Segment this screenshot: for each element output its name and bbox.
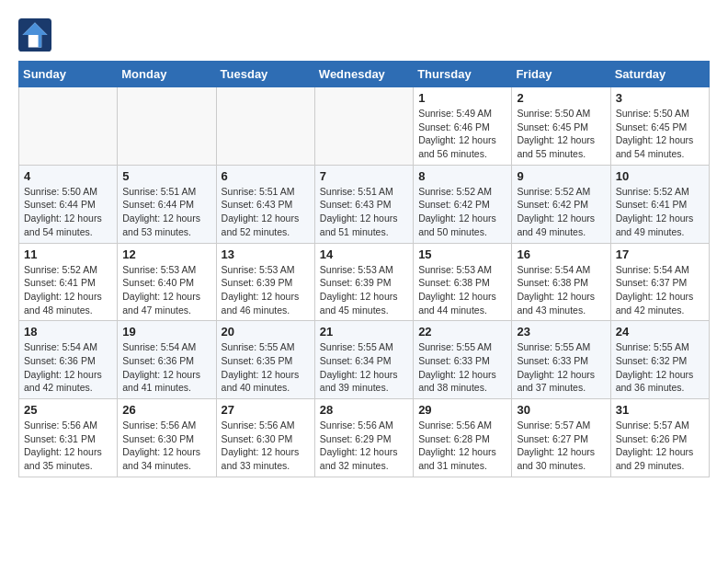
calendar-day: 16Sunrise: 5:54 AM Sunset: 6:38 PM Dayli…: [512, 243, 610, 321]
day-info: Sunrise: 5:50 AM Sunset: 6:45 PM Dayligh…: [517, 107, 605, 161]
day-info: Sunrise: 5:54 AM Sunset: 6:36 PM Dayligh…: [24, 340, 112, 395]
day-info: Sunrise: 5:53 AM Sunset: 6:39 PM Dayligh…: [222, 263, 310, 317]
day-info: Sunrise: 5:52 AM Sunset: 6:41 PM Dayligh…: [616, 185, 704, 239]
day-number: 24: [616, 325, 704, 339]
day-info: Sunrise: 5:57 AM Sunset: 6:26 PM Dayligh…: [616, 419, 704, 473]
calendar-day: 29Sunrise: 5:56 AM Sunset: 6:28 PM Dayli…: [414, 399, 512, 477]
day-info: Sunrise: 5:56 AM Sunset: 6:30 PM Dayligh…: [222, 419, 310, 473]
logo: [18, 18, 55, 52]
calendar-day: 18Sunrise: 5:54 AM Sunset: 6:36 PM Dayli…: [19, 321, 118, 399]
calendar-week-3: 11Sunrise: 5:52 AM Sunset: 6:41 PM Dayli…: [19, 243, 710, 321]
day-number: 21: [320, 325, 408, 339]
day-info: Sunrise: 5:53 AM Sunset: 6:40 PM Dayligh…: [122, 263, 210, 317]
calendar-day: 22Sunrise: 5:55 AM Sunset: 6:33 PM Dayli…: [414, 321, 512, 399]
calendar-week-5: 25Sunrise: 5:56 AM Sunset: 6:31 PM Dayli…: [19, 399, 710, 477]
calendar-day: 26Sunrise: 5:56 AM Sunset: 6:30 PM Dayli…: [118, 399, 216, 477]
header-sunday: Sunday: [19, 62, 118, 87]
day-info: Sunrise: 5:53 AM Sunset: 6:39 PM Dayligh…: [320, 263, 408, 317]
day-info: Sunrise: 5:55 AM Sunset: 6:33 PM Dayligh…: [418, 340, 506, 395]
header-saturday: Saturday: [610, 62, 709, 87]
header-wednesday: Wednesday: [314, 62, 413, 87]
header-thursday: Thursday: [414, 62, 512, 87]
day-number: 25: [24, 403, 112, 417]
calendar-header-row: Sunday Monday Tuesday Wednesday Thursday…: [19, 62, 710, 87]
day-number: 9: [517, 169, 605, 183]
day-number: 2: [517, 91, 605, 105]
day-info: Sunrise: 5:54 AM Sunset: 6:36 PM Dayligh…: [122, 340, 210, 395]
day-number: 13: [222, 247, 310, 261]
day-info: Sunrise: 5:55 AM Sunset: 6:34 PM Dayligh…: [320, 340, 408, 395]
day-number: 23: [517, 325, 605, 339]
day-info: Sunrise: 5:54 AM Sunset: 6:37 PM Dayligh…: [616, 263, 704, 317]
header-monday: Monday: [118, 62, 216, 87]
calendar-day: 25Sunrise: 5:56 AM Sunset: 6:31 PM Dayli…: [19, 399, 118, 477]
day-number: 17: [616, 247, 704, 261]
calendar-day: 9Sunrise: 5:52 AM Sunset: 6:42 PM Daylig…: [512, 165, 610, 243]
calendar-table: Sunday Monday Tuesday Wednesday Thursday…: [18, 61, 710, 477]
calendar-day: 2Sunrise: 5:50 AM Sunset: 6:45 PM Daylig…: [512, 87, 610, 166]
day-number: 4: [24, 169, 112, 183]
day-number: 31: [616, 403, 704, 417]
day-number: 8: [418, 169, 506, 183]
calendar-week-4: 18Sunrise: 5:54 AM Sunset: 6:36 PM Dayli…: [19, 321, 710, 399]
calendar-day: 28Sunrise: 5:56 AM Sunset: 6:29 PM Dayli…: [314, 399, 413, 477]
day-info: Sunrise: 5:51 AM Sunset: 6:43 PM Dayligh…: [222, 185, 310, 239]
calendar-day: 30Sunrise: 5:57 AM Sunset: 6:27 PM Dayli…: [512, 399, 610, 477]
day-number: 1: [418, 91, 506, 105]
day-number: 6: [222, 169, 310, 183]
calendar-day: 14Sunrise: 5:53 AM Sunset: 6:39 PM Dayli…: [314, 243, 413, 321]
day-info: Sunrise: 5:51 AM Sunset: 6:43 PM Dayligh…: [320, 185, 408, 239]
day-info: Sunrise: 5:52 AM Sunset: 6:42 PM Dayligh…: [517, 185, 605, 239]
day-info: Sunrise: 5:55 AM Sunset: 6:32 PM Dayligh…: [616, 340, 704, 395]
calendar-day: 13Sunrise: 5:53 AM Sunset: 6:39 PM Dayli…: [216, 243, 314, 321]
day-number: 11: [24, 247, 112, 261]
day-number: 29: [418, 403, 506, 417]
calendar-day: [314, 87, 413, 166]
calendar-day: 17Sunrise: 5:54 AM Sunset: 6:37 PM Dayli…: [610, 243, 709, 321]
day-info: Sunrise: 5:55 AM Sunset: 6:35 PM Dayligh…: [222, 340, 310, 395]
header-tuesday: Tuesday: [216, 62, 314, 87]
day-info: Sunrise: 5:55 AM Sunset: 6:33 PM Dayligh…: [517, 340, 605, 395]
day-number: 3: [616, 91, 704, 105]
day-info: Sunrise: 5:54 AM Sunset: 6:38 PM Dayligh…: [517, 263, 605, 317]
day-number: 7: [320, 169, 408, 183]
day-info: Sunrise: 5:56 AM Sunset: 6:31 PM Dayligh…: [24, 419, 112, 473]
day-number: 30: [517, 403, 605, 417]
calendar-day: 6Sunrise: 5:51 AM Sunset: 6:43 PM Daylig…: [216, 165, 314, 243]
day-number: 28: [320, 403, 408, 417]
day-number: 22: [418, 325, 506, 339]
day-number: 15: [418, 247, 506, 261]
calendar-day: [216, 87, 314, 166]
calendar-day: [19, 87, 118, 166]
day-number: 14: [320, 247, 408, 261]
calendar-day: 31Sunrise: 5:57 AM Sunset: 6:26 PM Dayli…: [610, 399, 709, 477]
day-info: Sunrise: 5:51 AM Sunset: 6:44 PM Dayligh…: [122, 185, 210, 239]
day-info: Sunrise: 5:57 AM Sunset: 6:27 PM Dayligh…: [517, 419, 605, 473]
day-number: 19: [122, 325, 210, 339]
day-info: Sunrise: 5:56 AM Sunset: 6:28 PM Dayligh…: [418, 419, 506, 473]
calendar-week-2: 4Sunrise: 5:50 AM Sunset: 6:44 PM Daylig…: [19, 165, 710, 243]
calendar-day: 19Sunrise: 5:54 AM Sunset: 6:36 PM Dayli…: [118, 321, 216, 399]
day-info: Sunrise: 5:56 AM Sunset: 6:29 PM Dayligh…: [320, 419, 408, 473]
calendar-day: 12Sunrise: 5:53 AM Sunset: 6:40 PM Dayli…: [118, 243, 216, 321]
calendar-day: 3Sunrise: 5:50 AM Sunset: 6:45 PM Daylig…: [610, 87, 709, 166]
logo-icon: [18, 18, 51, 52]
day-number: 16: [517, 247, 605, 261]
day-number: 18: [24, 325, 112, 339]
calendar-day: 1Sunrise: 5:49 AM Sunset: 6:46 PM Daylig…: [414, 87, 512, 166]
calendar-day: 15Sunrise: 5:53 AM Sunset: 6:38 PM Dayli…: [414, 243, 512, 321]
day-number: 12: [122, 247, 210, 261]
calendar-day: [118, 87, 216, 166]
day-info: Sunrise: 5:49 AM Sunset: 6:46 PM Dayligh…: [418, 107, 506, 161]
calendar-day: 20Sunrise: 5:55 AM Sunset: 6:35 PM Dayli…: [216, 321, 314, 399]
day-info: Sunrise: 5:53 AM Sunset: 6:38 PM Dayligh…: [418, 263, 506, 317]
day-info: Sunrise: 5:56 AM Sunset: 6:30 PM Dayligh…: [122, 419, 210, 473]
day-info: Sunrise: 5:50 AM Sunset: 6:44 PM Dayligh…: [24, 185, 112, 239]
day-info: Sunrise: 5:52 AM Sunset: 6:41 PM Dayligh…: [24, 263, 112, 317]
calendar-day: 7Sunrise: 5:51 AM Sunset: 6:43 PM Daylig…: [314, 165, 413, 243]
calendar-day: 27Sunrise: 5:56 AM Sunset: 6:30 PM Dayli…: [216, 399, 314, 477]
header-friday: Friday: [512, 62, 610, 87]
calendar-day: 21Sunrise: 5:55 AM Sunset: 6:34 PM Dayli…: [314, 321, 413, 399]
calendar-day: 11Sunrise: 5:52 AM Sunset: 6:41 PM Dayli…: [19, 243, 118, 321]
day-number: 26: [122, 403, 210, 417]
